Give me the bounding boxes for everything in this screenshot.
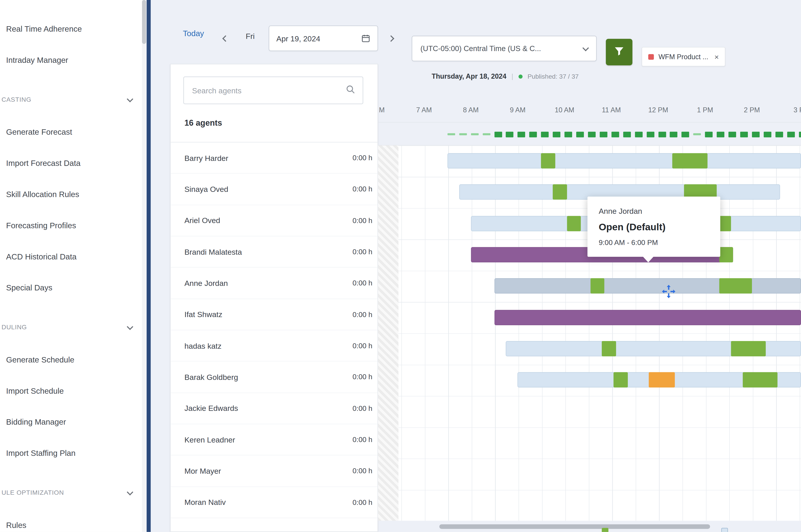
agent-hours: 0:00 h bbox=[353, 341, 372, 349]
chevron-down-icon bbox=[127, 489, 133, 495]
sidebar-scrollbar-track bbox=[142, 0, 146, 532]
coverage-block bbox=[564, 132, 572, 137]
activity-segment-green bbox=[602, 341, 616, 356]
agent-name: Jackie Edwards bbox=[184, 404, 238, 413]
sidebar-label: ACD Historical Data bbox=[6, 252, 76, 261]
move-cursor-icon bbox=[661, 284, 676, 301]
sidebar-item-import-forecast-data[interactable]: Import Forecast Data bbox=[0, 148, 147, 179]
agent-row-keren-leadner[interactable]: Keren Leadner0:00 h bbox=[170, 424, 377, 456]
sidebar-item-skill-allocation-rules[interactable]: Skill Allocation Rules bbox=[0, 179, 147, 210]
sidebar-item-intraday-manager[interactable]: Intraday Manager bbox=[0, 44, 147, 76]
coverage-block bbox=[635, 132, 642, 137]
chip-close-icon[interactable]: × bbox=[714, 53, 719, 61]
sidebar-item-special-days[interactable]: Special Days bbox=[0, 272, 147, 303]
horizontal-scrollbar-thumb[interactable] bbox=[440, 524, 710, 529]
agent-hours: 0:00 h bbox=[353, 404, 372, 413]
coverage-block bbox=[728, 132, 736, 137]
agent-row-anne-jordan[interactable]: Anne Jordan0:00 h bbox=[170, 268, 377, 299]
sidebar-section-ule-optimization[interactable]: ULE OPTIMIZATION bbox=[0, 480, 147, 505]
agent-name: Ifat Shwatz bbox=[184, 310, 222, 319]
tooltip-shift-time: 9:00 AM - 6:00 PM bbox=[599, 239, 709, 247]
sidebar-item-real-time-adherence[interactable]: Real Time Adherence bbox=[0, 13, 147, 44]
shift-bar-ifat-shwatz[interactable] bbox=[495, 310, 801, 325]
agent-row-brandi-malatesta[interactable]: Brandi Malatesta0:00 h bbox=[170, 236, 377, 268]
coverage-block bbox=[705, 132, 713, 137]
filter-chip-wfm-product[interactable]: WFM Product ... × bbox=[641, 47, 725, 66]
agent-hours: 0:00 h bbox=[353, 373, 372, 381]
coverage-block bbox=[447, 133, 455, 135]
sidebar-label: CASTING bbox=[2, 96, 32, 103]
agent-hours: 0:00 h bbox=[353, 436, 372, 444]
agent-row-barry-harder[interactable]: Barry Harder0:00 h bbox=[170, 142, 377, 174]
sidebar-item-rules[interactable]: Rules bbox=[0, 509, 147, 532]
coverage-row bbox=[378, 128, 801, 141]
agent-row-barak-goldberg[interactable]: Barak Goldberg0:00 h bbox=[170, 362, 377, 393]
coverage-block bbox=[682, 132, 689, 137]
activity-segment-green bbox=[614, 372, 628, 387]
coverage-block bbox=[658, 132, 666, 137]
shift-bar-barak-goldberg[interactable] bbox=[518, 372, 801, 387]
agent-search-box bbox=[183, 77, 363, 104]
timezone-select[interactable]: (UTC-05:00) Central Time (US & C... bbox=[412, 36, 597, 61]
agent-name: Barak Goldberg bbox=[184, 373, 238, 381]
non-working-hatch bbox=[378, 146, 398, 521]
horizontal-scrollbar-track bbox=[380, 524, 797, 530]
search-input[interactable] bbox=[191, 86, 345, 95]
sidebar-label: Import Schedule bbox=[6, 386, 64, 396]
tooltip-agent-name: Anne Jordan bbox=[599, 207, 709, 215]
coverage-block bbox=[471, 133, 479, 135]
sidebar-label: Skill Allocation Rules bbox=[6, 190, 79, 199]
coverage-block bbox=[506, 132, 514, 137]
sidebar-scrollbar-thumb[interactable] bbox=[142, 0, 146, 44]
sidebar-item-import-staffing-plan[interactable]: Import Staffing Plan bbox=[0, 438, 147, 469]
agent-hours: 0:00 h bbox=[353, 154, 372, 162]
search-icon bbox=[345, 84, 355, 96]
agent-hours: 0:00 h bbox=[353, 216, 372, 224]
legend-item bbox=[721, 528, 728, 532]
coverage-block bbox=[541, 132, 549, 137]
sidebar-section-casting[interactable]: CASTING bbox=[0, 87, 147, 112]
sidebar-item-generate-forecast[interactable]: Generate Forecast bbox=[0, 116, 147, 148]
filter-button[interactable] bbox=[606, 39, 632, 65]
calendar-icon[interactable] bbox=[361, 34, 370, 43]
agent-row-ariel-oved[interactable]: Ariel Oved0:00 h bbox=[170, 205, 377, 236]
sidebar-item-acd-historical-data[interactable]: ACD Historical Data bbox=[0, 241, 147, 272]
sidebar-nav: Real Time AdherenceIntraday ManagerCASTI… bbox=[0, 0, 147, 532]
legend-item bbox=[602, 528, 608, 532]
agent-row-jackie-edwards[interactable]: Jackie Edwards0:00 h bbox=[170, 393, 377, 424]
sidebar-label: DULING bbox=[2, 324, 27, 331]
previous-day-button[interactable] bbox=[218, 30, 233, 47]
sidebar-item-import-schedule[interactable]: Import Schedule bbox=[0, 375, 147, 406]
shift-bar-barry-harder[interactable] bbox=[447, 153, 801, 169]
published-status-dot bbox=[518, 74, 522, 78]
sidebar-section-duling[interactable]: DULING bbox=[0, 315, 147, 340]
coverage-block bbox=[775, 132, 783, 137]
activity-segment-green bbox=[553, 185, 567, 200]
agent-row-ifat-shwatz[interactable]: Ifat Shwatz0:00 h bbox=[170, 299, 377, 330]
coverage-block bbox=[553, 132, 561, 137]
coverage-block bbox=[787, 132, 795, 137]
chevron-right-icon bbox=[388, 35, 394, 42]
activity-segment-green bbox=[672, 153, 707, 169]
agent-row-hadas-katz[interactable]: hadas katz0:00 h bbox=[170, 330, 377, 362]
sidebar-item-bidding-manager[interactable]: Bidding Manager bbox=[0, 406, 147, 438]
chevron-down-icon bbox=[127, 323, 133, 330]
agent-hours: 0:00 h bbox=[353, 248, 372, 256]
time-axis: M7 AM8 AM9 AM10 AM11 AM12 PM1 PM2 PM3 P bbox=[378, 100, 801, 122]
sidebar-item-forecasting-profiles[interactable]: Forecasting Profiles bbox=[0, 210, 147, 241]
agent-hours: 0:00 h bbox=[353, 185, 372, 193]
timeline-date: Thursday, Apr 18, 2024 bbox=[432, 73, 506, 80]
sidebar-label: Import Staffing Plan bbox=[6, 449, 76, 458]
coverage-block bbox=[588, 132, 596, 137]
next-day-button[interactable] bbox=[383, 30, 398, 47]
agent-row-sinaya-oved[interactable]: Sinaya Oved0:00 h bbox=[170, 174, 377, 205]
agent-row-mor-mayer[interactable]: Mor Mayer0:00 h bbox=[170, 456, 377, 487]
today-button[interactable]: Today bbox=[183, 29, 204, 38]
agent-name: Brandi Malatesta bbox=[184, 247, 242, 256]
date-picker[interactable]: Apr 19, 2024 bbox=[269, 25, 378, 51]
agent-row-moran-nativ[interactable]: Moran Nativ0:00 h bbox=[170, 487, 377, 518]
legend-green-swatch bbox=[602, 528, 608, 532]
sidebar-item-generate-schedule[interactable]: Generate Schedule bbox=[0, 344, 147, 375]
shift-bar-hadas-katz[interactable] bbox=[506, 341, 801, 356]
shift-bar-anne-jordan[interactable] bbox=[495, 279, 801, 294]
